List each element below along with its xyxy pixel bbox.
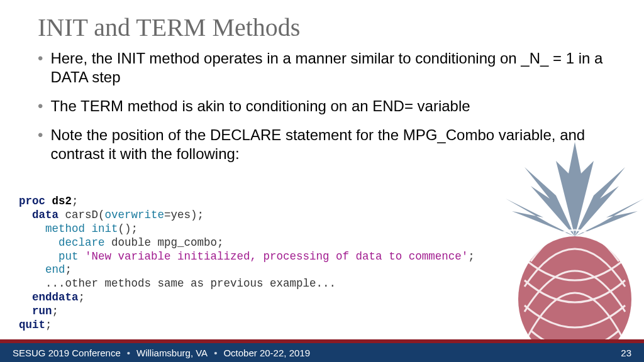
bullet-dot-icon: • bbox=[38, 49, 43, 68]
code-semi: ; bbox=[45, 319, 52, 331]
code-comment: ...other methods same as previous exampl… bbox=[45, 277, 336, 290]
footer-left: SESUG 2019 Conference • Williamsburg, VA… bbox=[13, 348, 310, 358]
code-block: proc ds2; data carsD(overwrite=yes); met… bbox=[19, 195, 475, 332]
bullet-text: The TERM method is akin to conditioning … bbox=[50, 97, 470, 116]
bullet-dot-icon: • bbox=[38, 97, 43, 116]
code-keyword-declare: declare bbox=[58, 236, 105, 249]
page-number: 23 bbox=[621, 348, 631, 358]
footer-location: Williamsburg, VA bbox=[136, 348, 208, 358]
code-semi: ; bbox=[79, 291, 86, 304]
code-keyword-run: run bbox=[32, 305, 52, 317]
slide-title: INIT and TERM Methods bbox=[38, 13, 300, 42]
svg-point-0 bbox=[518, 236, 631, 349]
code-parens: () bbox=[118, 222, 131, 235]
code-semi: ; bbox=[131, 222, 138, 235]
code-type-decl: double mpg_combo bbox=[111, 236, 217, 249]
code-string-literal: 'New variable initialized, processing of… bbox=[85, 250, 468, 263]
bullet-item: • The TERM method is akin to conditionin… bbox=[38, 97, 610, 116]
bullet-text: Note the position of the DECLARE stateme… bbox=[50, 126, 610, 163]
bullet-dot-icon: • bbox=[38, 126, 43, 145]
footer: SESUG 2019 Conference • Williamsburg, VA… bbox=[0, 343, 644, 362]
code-keyword-ds2: ds2 bbox=[52, 195, 72, 207]
code-semi: ; bbox=[72, 195, 79, 207]
code-identifier: carsD( bbox=[65, 209, 105, 221]
code-option: overwrite bbox=[105, 209, 165, 221]
code-keyword-proc: proc bbox=[19, 195, 45, 207]
dot-separator-icon: • bbox=[127, 348, 130, 358]
bullet-item: • Here, the INIT method operates in a ma… bbox=[38, 49, 610, 87]
bullet-text: Here, the INIT method operates in a mann… bbox=[50, 49, 610, 87]
bullet-list: • Here, the INIT method operates in a ma… bbox=[38, 49, 610, 173]
dot-separator-icon: • bbox=[214, 348, 217, 358]
slide: { "title": "INIT and TERM Methods", "bul… bbox=[0, 0, 644, 362]
footer-conference: SESUG 2019 Conference bbox=[13, 348, 121, 358]
footer-date: October 20-22, 2019 bbox=[223, 348, 310, 358]
code-keyword-enddata: enddata bbox=[32, 291, 79, 304]
code-method-name: init bbox=[92, 222, 118, 235]
code-keyword-quit: quit bbox=[19, 319, 45, 331]
code-keyword-put: put bbox=[58, 250, 79, 263]
code-keyword-end: end bbox=[45, 263, 65, 276]
code-semi: ; bbox=[217, 236, 224, 249]
code-text: =yes) bbox=[164, 209, 197, 221]
code-semi: ; bbox=[468, 250, 475, 263]
code-semi: ; bbox=[65, 263, 72, 276]
bullet-item: • Note the position of the DECLARE state… bbox=[38, 126, 610, 163]
code-keyword-data: data bbox=[32, 209, 58, 221]
code-semi: ; bbox=[197, 209, 204, 221]
code-semi: ; bbox=[52, 305, 59, 317]
code-keyword-method: method bbox=[45, 222, 85, 235]
